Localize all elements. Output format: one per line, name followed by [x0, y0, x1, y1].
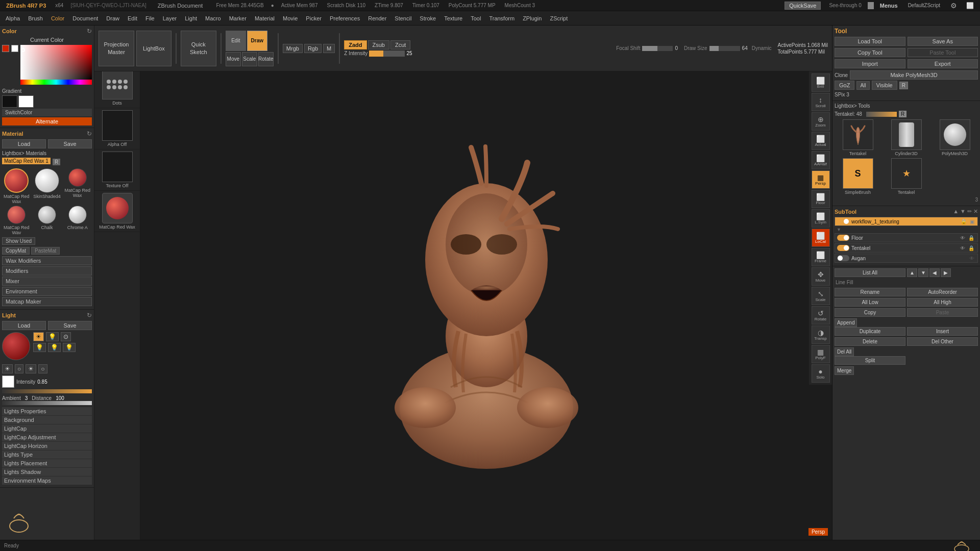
brush-item-4[interactable]: MatCap Red Wax	[94, 191, 140, 232]
tool-thumb-cylinder[interactable]: Cylinder3D	[883, 119, 929, 156]
lights-shadow-button[interactable]: Lights Shadow	[2, 468, 92, 476]
material-item-2[interactable]: MatCap Red Wax	[63, 168, 92, 204]
lock-icon-1[interactable]: 🔒	[967, 235, 975, 241]
tentakel-slider[interactable]	[866, 112, 897, 117]
material-item-3[interactable]: MatCap Red Wav	[2, 206, 31, 235]
rotate-view-button[interactable]: ↺ Rotate	[812, 306, 830, 324]
aahalf-button[interactable]: ⬜ AAHalf	[812, 151, 830, 169]
scale-button[interactable]: Scale	[242, 52, 257, 66]
m-button[interactable]: M	[323, 44, 335, 53]
secondary-color-swatch[interactable]	[11, 45, 18, 52]
background-button[interactable]: Background	[2, 416, 92, 424]
subtool-item-0[interactable]: workflow_1_texturing 👁 🔒 ▣	[835, 217, 978, 226]
eye-icon-1[interactable]: 👁	[959, 235, 966, 241]
menu-zscript[interactable]: ZScript	[546, 14, 571, 22]
show-used-button[interactable]: Show Used	[2, 237, 35, 245]
floor-button[interactable]: ⬜ Floor	[812, 190, 830, 208]
active-color-swatch[interactable]	[2, 45, 9, 52]
ambient-slider[interactable]	[2, 401, 92, 405]
environment-button[interactable]: Environment	[2, 287, 92, 296]
draw-button[interactable]: Draw	[247, 31, 267, 51]
menu-stencil[interactable]: Stencil	[391, 14, 415, 22]
scale-view-button[interactable]: ⤡ Scale	[812, 287, 830, 305]
tool-thumb-simplebrush[interactable]: S SimpleBrush	[835, 158, 881, 195]
menu-document[interactable]: Document	[69, 14, 102, 22]
subtool-toggle-2[interactable]	[837, 245, 849, 251]
brush-item-2[interactable]: Alpha Off	[94, 108, 140, 149]
duplicate-button[interactable]: Duplicate	[835, 327, 905, 336]
material-item-4[interactable]: Chalk	[33, 206, 62, 235]
material-item-0[interactable]: MatCap Red Wax	[2, 168, 31, 204]
subtool-header-icon4[interactable]: ✕	[973, 208, 978, 215]
color-gradient-picker[interactable]	[20, 45, 92, 80]
subtool-header-icon3[interactable]: ✏	[967, 208, 972, 215]
light-icon-8[interactable]: ○	[38, 364, 47, 373]
menu-layer[interactable]: Layer	[159, 14, 181, 22]
all-high-button[interactable]: All High	[907, 298, 978, 307]
menu-movie[interactable]: Movie	[279, 14, 301, 22]
menu-marker[interactable]: Marker	[226, 14, 250, 22]
focal-shift-slider[interactable]	[642, 46, 673, 51]
list-all-down[interactable]: ▼	[918, 268, 928, 277]
move-view-button[interactable]: ✥ Move	[812, 267, 830, 286]
menu-render[interactable]: Render	[364, 14, 390, 22]
copy-tool-button[interactable]: Copy Tool	[835, 48, 905, 57]
color-icon-0[interactable]: ▣	[969, 219, 975, 224]
projection-master-button[interactable]: ProjectionMaster	[99, 31, 134, 66]
lights-type-button[interactable]: Lights Type	[2, 450, 92, 459]
menu-texture[interactable]: Texture	[440, 14, 466, 22]
split-button[interactable]: Split	[835, 356, 905, 365]
light-icon-2[interactable]: 💡	[33, 343, 46, 352]
import-button[interactable]: Import	[835, 59, 905, 68]
mrgb-button[interactable]: Mrgb	[283, 44, 303, 53]
subtool-toggle-3[interactable]	[837, 255, 849, 261]
move-button[interactable]: Move	[226, 52, 241, 66]
list-all-right[interactable]: ▶	[941, 268, 951, 277]
subtool-header-icon2[interactable]: ▼	[960, 208, 966, 215]
list-all-button[interactable]: List All	[835, 268, 905, 277]
menu-stroke[interactable]: Stroke	[416, 14, 439, 22]
light-icon-6[interactable]: ○	[15, 364, 23, 373]
insert-button[interactable]: Insert	[907, 327, 978, 336]
material-refresh-icon[interactable]: ↻	[87, 130, 92, 137]
lights-placement-button[interactable]: Lights Placement	[2, 459, 92, 467]
list-all-up[interactable]: ▲	[907, 268, 917, 277]
menu-alpha[interactable]: Alpha	[2, 14, 23, 22]
menu-transform[interactable]: Transform	[485, 14, 518, 22]
z-intensity-slider[interactable]	[369, 51, 405, 57]
menu-light[interactable]: Light	[181, 14, 201, 22]
environment-maps-button[interactable]: Environment Maps	[2, 477, 92, 485]
mixer-button[interactable]: Mixer	[2, 277, 92, 286]
tool-thumb-tentakel[interactable]: Tentakel	[835, 119, 881, 156]
edit-button[interactable]: Edit	[226, 31, 246, 51]
material-item-5[interactable]: Chrome A	[63, 206, 92, 235]
del-other-button[interactable]: Del Other	[907, 337, 978, 346]
polyf-button[interactable]: ▦ PolyF	[812, 345, 830, 363]
draw-size-slider[interactable]	[709, 46, 740, 51]
scroll-button[interactable]: ↕ Scroll	[812, 93, 830, 111]
all-low-button[interactable]: All Low	[835, 298, 905, 307]
eye-icon-0[interactable]: 👁	[951, 219, 959, 224]
settings-icon[interactable]: ⚙	[947, 1, 960, 11]
paste-tool-button[interactable]: Paste Tool	[908, 48, 978, 57]
menu-edit[interactable]: Edit	[124, 14, 141, 22]
quick-sketch-button[interactable]: QuickSketch	[181, 31, 216, 66]
rotate-button[interactable]: Rotate	[258, 52, 274, 66]
brush-item-3[interactable]: Texture Off	[94, 149, 140, 191]
lightcap-button[interactable]: LightCap	[2, 424, 92, 433]
frame-button[interactable]: ⬜ Frame	[812, 248, 830, 266]
alternate-button[interactable]: Alternate	[2, 117, 92, 126]
subtool-toggle-0[interactable]	[837, 218, 849, 224]
persp-button[interactable]: ▦ Persp	[812, 170, 830, 189]
visible-button[interactable]: Visible	[872, 81, 897, 90]
light-icon-5[interactable]: ☀	[2, 364, 13, 373]
material-load-button[interactable]: Load	[2, 139, 46, 148]
hue-bar[interactable]	[20, 80, 92, 85]
transp-button[interactable]: ◑ Transp	[812, 325, 830, 344]
merge-button[interactable]: Merge	[835, 366, 854, 375]
grad-swatch-black[interactable]	[2, 95, 17, 108]
modifiers-button[interactable]: Modifiers	[2, 266, 92, 276]
tool-thumb-tentakel2[interactable]: ★ Tentakel	[883, 158, 929, 195]
menu-tool[interactable]: Tool	[467, 14, 484, 22]
light-icon-3[interactable]: 💡	[48, 343, 61, 352]
